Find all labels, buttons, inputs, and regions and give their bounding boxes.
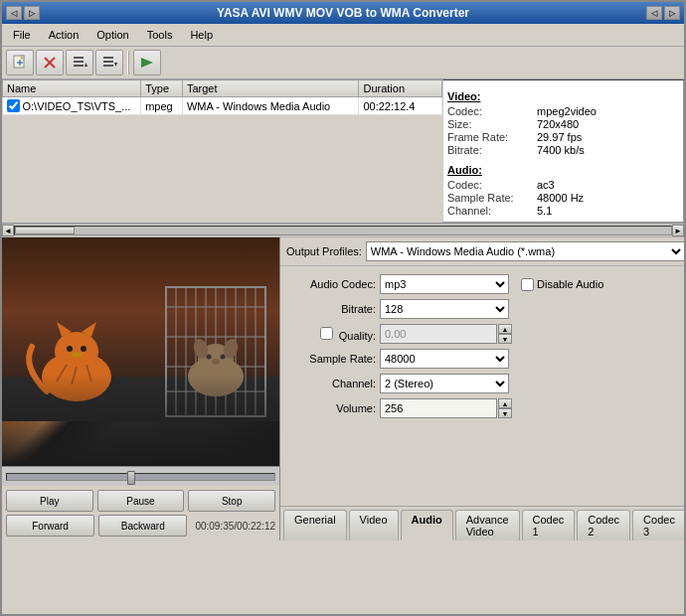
file-table: Name Type Target Duration O:\VIDEO_TS\VT… — [2, 79, 442, 115]
audio-codec-value: ac3 — [537, 179, 555, 191]
channel-select[interactable]: 2 (Stereo) — [380, 374, 509, 393]
app-title: YASA AVI WMV MOV VOB to WMA Converter — [217, 6, 469, 20]
menu-action[interactable]: Action — [40, 26, 88, 44]
quality-up-btn[interactable]: ▲ — [498, 324, 512, 334]
convert-button[interactable] — [133, 50, 161, 76]
svg-marker-13 — [114, 63, 117, 67]
video-size-line: Size: 720x480 — [447, 118, 679, 130]
col-type: Type — [141, 80, 183, 97]
volume-down-btn[interactable]: ▼ — [498, 408, 512, 418]
toolbar — [2, 47, 684, 79]
scroll-thumb[interactable] — [15, 227, 75, 234]
nav-row: Forward Backward 00:09:35/00:22:12 — [6, 515, 275, 537]
backward-button[interactable]: Backward — [98, 515, 187, 537]
svg-rect-15 — [2, 237, 279, 421]
title-bar: ◁ ▷ YASA AVI WMV MOV VOB to WMA Converte… — [2, 2, 684, 24]
seek-bar[interactable] — [2, 466, 279, 486]
stop-button[interactable]: Stop — [188, 490, 275, 512]
menu-option[interactable]: Option — [87, 26, 137, 44]
scroll-right-btn[interactable]: ► — [672, 225, 684, 236]
table-row[interactable]: O:\VIDEO_TS\VTS_... mpeg WMA - Windows M… — [3, 97, 442, 115]
scroll-left-btn[interactable]: ◄ — [2, 225, 14, 236]
seek-track[interactable] — [6, 473, 275, 481]
forward-button[interactable]: Forward — [6, 515, 94, 537]
win-max-btn[interactable]: ▷ — [24, 6, 40, 20]
app-window: ◁ ▷ YASA AVI WMV MOV VOB to WMA Converte… — [0, 0, 686, 616]
tab-codec2[interactable]: Codec 2 — [577, 510, 630, 540]
svg-marker-14 — [141, 58, 153, 68]
win-close-right-btn[interactable]: ▷ — [664, 6, 680, 20]
quality-input[interactable] — [380, 324, 497, 344]
volume-row: Volume: ▲ ▼ — [288, 398, 683, 418]
col-name: Name — [3, 80, 141, 97]
h-scrollbar[interactable]: ◄ ► — [2, 224, 684, 237]
quality-spinner-btns: ▲ ▼ — [498, 324, 512, 344]
file-checkbox[interactable] — [7, 99, 20, 112]
file-duration-cell: 00:22:12.4 — [359, 97, 442, 115]
video-bitrate-value: 7400 kb/s — [537, 144, 585, 156]
output-profile-label: Output Profiles: — [286, 245, 362, 257]
output-profile-select[interactable]: WMA - Windows Media Audio (*.wma) — [366, 241, 685, 261]
tab-codec1[interactable]: Codec 1 — [522, 510, 576, 540]
settings-form: Audio Codec: mp3 Disable Audio Bitrate: … — [280, 266, 686, 506]
info-panel: Video: Codec: mpeg2video Size: 720x480 F… — [442, 79, 684, 223]
col-duration: Duration — [359, 80, 442, 97]
remove-button[interactable] — [36, 50, 64, 76]
volume-spinner-btns: ▲ ▼ — [498, 398, 512, 418]
menu-file[interactable]: File — [4, 26, 40, 44]
quality-label: Quality: — [288, 327, 376, 342]
output-profile-row: Output Profiles: WMA - Windows Media Aud… — [280, 237, 686, 266]
seek-thumb[interactable] — [127, 471, 135, 485]
bitrate-label: Bitrate: — [288, 303, 376, 315]
video-size-value: 720x480 — [537, 118, 579, 130]
tabs-bar: Generial Video Audio Advance Video Codec… — [280, 506, 686, 540]
volume-label: Volume: — [288, 402, 376, 414]
move-up-button[interactable] — [66, 50, 93, 76]
menu-tools[interactable]: Tools — [138, 26, 182, 44]
channel-label: Channel: — [288, 378, 376, 389]
tab-video[interactable]: Video — [349, 510, 399, 540]
audio-codec-select[interactable]: mp3 — [380, 274, 509, 294]
sample-rate-select[interactable]: 48000 — [380, 349, 509, 369]
video-framerate-value: 29.97 fps — [537, 131, 582, 143]
bitrate-select[interactable]: 128 — [380, 299, 509, 319]
video-framerate-label: Frame Rate: — [447, 131, 537, 143]
tab-audio[interactable]: Audio — [401, 510, 453, 540]
audio-samplerate-label: Sample Rate: — [447, 192, 537, 204]
svg-rect-7 — [74, 61, 84, 63]
tab-generial[interactable]: Generial — [283, 510, 347, 540]
win-min-btn[interactable]: ◁ — [6, 6, 22, 20]
audio-samplerate-line: Sample Rate: 48000 Hz — [447, 192, 679, 204]
quality-down-btn[interactable]: ▼ — [498, 334, 512, 344]
quality-row: Quality: ▲ ▼ — [288, 324, 683, 344]
volume-input[interactable] — [380, 398, 497, 418]
svg-rect-12 — [103, 65, 113, 67]
play-button[interactable]: Play — [6, 490, 93, 512]
quality-checkbox[interactable] — [320, 327, 333, 340]
svg-rect-8 — [74, 65, 84, 67]
audio-codec-label: Audio Codec: — [288, 278, 376, 290]
file-list-container: Name Type Target Duration O:\VIDEO_TS\VT… — [2, 79, 442, 223]
svg-point-21 — [67, 346, 73, 352]
audio-channel-label: Channel: — [447, 205, 537, 217]
col-target: Target — [182, 80, 359, 97]
quality-spinner-wrap: ▲ ▼ — [380, 324, 512, 344]
svg-rect-10 — [103, 57, 113, 59]
video-codec-value: mpeg2video — [537, 105, 597, 117]
menu-help[interactable]: Help — [181, 26, 222, 44]
win-close-left-btn[interactable]: ◁ — [646, 6, 662, 20]
svg-point-23 — [72, 352, 82, 358]
pause-button[interactable]: Pause — [97, 490, 185, 512]
move-down-button[interactable] — [95, 50, 123, 76]
volume-spinner-wrap: ▲ ▼ — [380, 398, 512, 418]
svg-rect-11 — [103, 61, 113, 63]
tab-codec3[interactable]: Codec 3 — [632, 510, 686, 540]
tab-advance-video[interactable]: Advance Video — [455, 510, 520, 540]
add-files-button[interactable] — [6, 50, 34, 76]
disable-audio-checkbox[interactable] — [521, 278, 534, 291]
video-framerate-line: Frame Rate: 29.97 fps — [447, 131, 679, 143]
video-preview: Play Pause Stop Forward Backward 00:09:3… — [2, 237, 280, 540]
playback-row: Play Pause Stop — [6, 490, 275, 512]
svg-rect-6 — [74, 57, 84, 59]
volume-up-btn[interactable]: ▲ — [498, 398, 512, 408]
